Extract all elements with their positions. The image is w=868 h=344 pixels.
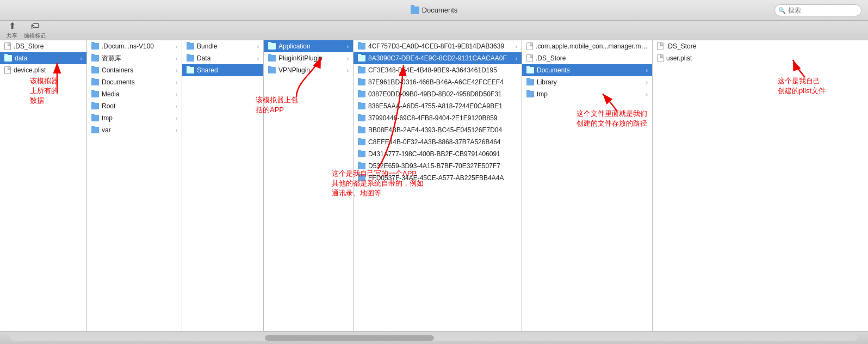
list-item[interactable]: Data› <box>182 52 263 64</box>
file-label: CF3E348-B54E-4B48-9BE9-A3643461D195 <box>368 66 517 74</box>
chevron-right-icon: › <box>646 91 648 97</box>
list-item[interactable]: Shared <box>182 64 263 76</box>
title-folder-icon <box>411 7 419 14</box>
file-label: 4CF757D3-EA0D-4CEB-8F01-9E814DAB3639 <box>368 42 516 50</box>
folder-icon <box>526 79 534 85</box>
list-item[interactable]: 8A3090C7-DBE4-4E9C-8CD2-9131CAACAA0F› <box>354 52 522 64</box>
list-item[interactable]: D532E659-3D93-4A15-B7BF-70E327E507F7 <box>354 160 522 172</box>
toolbar: ⬆ 共享 🏷 编辑标记 <box>0 21 868 40</box>
folder-icon <box>526 67 534 73</box>
file-icon <box>4 42 11 50</box>
file-icon <box>526 54 533 62</box>
column-pane-col7: .DS_Storeuser.plist <box>653 40 740 331</box>
window-title-text: Documents <box>422 6 458 14</box>
chevron-right-icon: › <box>176 79 177 85</box>
folder-icon <box>526 91 534 97</box>
search-input[interactable] <box>774 4 861 16</box>
list-item[interactable]: 37990448-69C8-4FB8-9404-2E1E9120B859 <box>354 112 522 124</box>
chevron-right-icon: › <box>176 67 177 73</box>
folder-icon <box>358 103 365 109</box>
scrollbar-thumb[interactable] <box>265 335 434 341</box>
column-pane-col4: Application›PluginKitPlugin›VPNPlugin› <box>264 40 354 331</box>
chevron-right-icon: › <box>176 56 177 62</box>
file-label: Library <box>537 78 646 86</box>
list-item[interactable]: 87E961BD-0316-466B-B46A-A6CE42FCEEF4 <box>354 76 522 88</box>
list-item[interactable]: Root› <box>87 100 182 112</box>
folder-icon <box>91 91 99 97</box>
chevron-right-icon: › <box>347 56 349 62</box>
folder-icon <box>268 67 276 73</box>
statusbar <box>0 331 868 344</box>
list-item[interactable]: Application› <box>264 40 353 52</box>
list-item[interactable]: CF3E348-B54E-4B48-9BE9-A3643461D195 <box>354 64 522 76</box>
folder-icon <box>358 127 365 133</box>
list-item[interactable]: .com.apple.mobile_con...manager.metadata… <box>522 40 652 52</box>
horizontal-scrollbar[interactable] <box>11 335 857 341</box>
list-item[interactable]: Media› <box>87 88 182 100</box>
list-item[interactable]: Bundle› <box>182 40 263 52</box>
list-item[interactable]: .DS_Store <box>0 40 86 52</box>
list-item[interactable]: PluginKitPlugin› <box>264 52 353 64</box>
bookmark-button[interactable]: 🏷 编辑标记 <box>24 21 46 40</box>
list-item[interactable]: Library› <box>522 76 652 88</box>
column-pane-col5: 4CF757D3-EA0D-4CEB-8F01-9E814DAB3639›8A3… <box>354 40 522 331</box>
list-item[interactable]: var› <box>87 124 182 136</box>
file-label: FFD0537F-34AE-45CE-A577-AB225FBB4A4A <box>368 174 517 182</box>
list-item[interactable]: 资源库› <box>87 52 182 64</box>
finder-window: .DS_Storedata›device.plist.Docum...ns-V1… <box>0 40 868 331</box>
list-item[interactable]: data› <box>0 52 86 64</box>
folder-icon <box>358 163 365 169</box>
file-label: Shared <box>197 66 259 74</box>
file-label: VPNPlugin <box>278 66 347 74</box>
column-pane-col2: .Docum...ns-V100›资源库›Containers›Document… <box>87 40 182 331</box>
list-item[interactable]: 4CF757D3-EA0D-4CEB-8F01-9E814DAB3639› <box>354 40 522 52</box>
list-item[interactable]: .DS_Store <box>653 40 740 52</box>
file-label: .com.apple.mobile_con...manager.metadata… <box>536 42 648 50</box>
list-item[interactable]: tmp› <box>87 112 182 124</box>
list-item[interactable]: device.plist <box>0 64 86 76</box>
list-item[interactable]: Documents› <box>87 76 182 88</box>
list-item[interactable]: C8EFE14B-0F32-4A3B-8868-37B7A526B464 <box>354 136 522 148</box>
column-pane-col3: Bundle›Data›Shared <box>182 40 264 331</box>
bookmark-label: 编辑标记 <box>24 32 46 40</box>
file-label: Application <box>278 42 347 50</box>
list-item[interactable]: tmp› <box>522 88 652 100</box>
folder-icon <box>268 43 276 50</box>
share-icon: ⬆ <box>9 21 16 31</box>
list-item[interactable]: Documents› <box>522 64 652 76</box>
file-label: tmp <box>537 90 646 98</box>
list-item[interactable]: D431A777-198C-400B-BB2F-CB9791406091 <box>354 148 522 160</box>
search-box[interactable]: 🔍 <box>774 4 861 16</box>
chevron-right-icon: › <box>176 127 177 133</box>
list-item[interactable]: .Docum...ns-V100› <box>87 40 182 52</box>
file-label: Data <box>197 54 257 62</box>
folder-icon <box>268 55 276 62</box>
file-label: D532E659-3D93-4A15-B7BF-70E327E507F7 <box>368 162 517 170</box>
list-item[interactable]: VPNPlugin› <box>264 64 353 76</box>
list-item[interactable]: Containers› <box>87 64 182 76</box>
window-title: Documents <box>411 6 458 14</box>
share-button[interactable]: ⬆ 共享 <box>7 21 17 40</box>
folder-icon <box>91 127 99 133</box>
list-item[interactable]: 836E5AAA-A6D5-4755-A818-7244E0CA9BE1 <box>354 100 522 112</box>
file-label: Bundle <box>197 42 257 50</box>
list-item[interactable]: 0387E0DD-09B0-49BD-8B02-4958D8D50F31 <box>354 88 522 100</box>
share-label: 共享 <box>7 32 17 40</box>
file-label: D431A777-198C-400B-BB2F-CB9791406091 <box>368 150 517 158</box>
chevron-right-icon: › <box>176 103 177 109</box>
file-label: .DS_Store <box>14 42 82 50</box>
file-label: .DS_Store <box>536 54 648 62</box>
list-item[interactable]: FFD0537F-34AE-45CE-A577-AB225FBB4A4A <box>354 172 522 184</box>
folder-icon <box>91 79 99 85</box>
folder-icon <box>358 79 365 85</box>
file-label: data <box>15 54 80 62</box>
chevron-right-icon: › <box>257 44 259 50</box>
bookmark-icon: 🏷 <box>30 21 39 31</box>
file-label: Root <box>102 102 176 110</box>
chevron-right-icon: › <box>347 67 349 73</box>
file-label: device.plist <box>14 66 82 74</box>
list-item[interactable]: .DS_Store <box>522 52 652 64</box>
list-item[interactable]: user.plist <box>653 52 740 64</box>
folder-icon <box>358 43 365 50</box>
list-item[interactable]: BB08E4BB-2AF4-4393-BC45-E045126E7D04 <box>354 124 522 136</box>
